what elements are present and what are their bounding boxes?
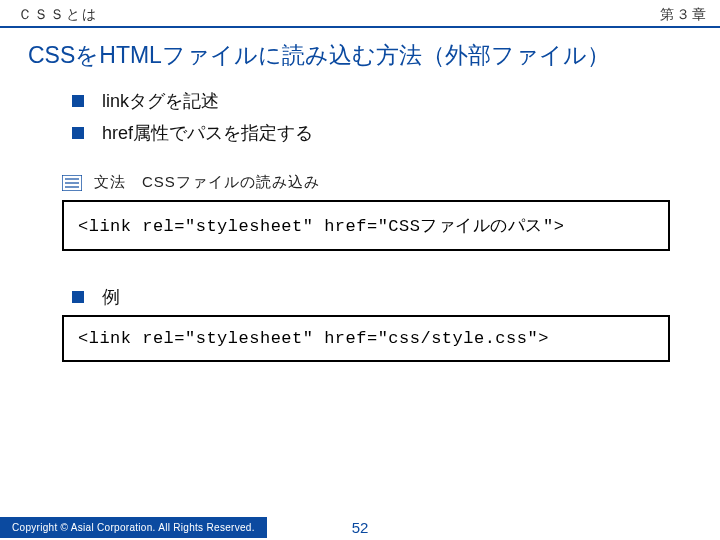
bullet-text: href属性でパスを指定する — [102, 121, 313, 145]
square-bullet-icon — [72, 95, 84, 107]
slide-header: ＣＳＳとは 第３章 — [0, 0, 720, 28]
bullet-item: 例 — [72, 285, 670, 309]
slide-content: linkタグを記述 href属性でパスを指定する 文法 CSSファイルの読み込み… — [0, 77, 720, 362]
syntax-label: 文法 CSSファイルの読み込み — [94, 173, 320, 192]
bullet-item: linkタグを記述 — [72, 89, 670, 113]
slide-footer: Copyright © Asial Corporation. All Right… — [0, 514, 720, 540]
example-code-box: <link rel="stylesheet" href="css/style.c… — [62, 315, 670, 362]
bullet-item: href属性でパスを指定する — [72, 121, 670, 145]
syntax-code-box: <link rel="stylesheet" href="CSSファイルのパス"… — [62, 200, 670, 251]
copyright: Copyright © Asial Corporation. All Right… — [0, 517, 267, 538]
syntax-heading: 文法 CSSファイルの読み込み — [62, 173, 670, 192]
chapter-label: 第３章 — [660, 6, 708, 24]
slide-title: CSSをHTMLファイルに読み込む方法（外部ファイル） — [0, 28, 720, 77]
page-number: 52 — [352, 519, 369, 536]
breadcrumb: ＣＳＳとは — [18, 6, 98, 24]
example-label: 例 — [102, 285, 120, 309]
square-bullet-icon — [72, 127, 84, 139]
list-icon — [62, 175, 82, 191]
square-bullet-icon — [72, 291, 84, 303]
bullet-text: linkタグを記述 — [102, 89, 219, 113]
